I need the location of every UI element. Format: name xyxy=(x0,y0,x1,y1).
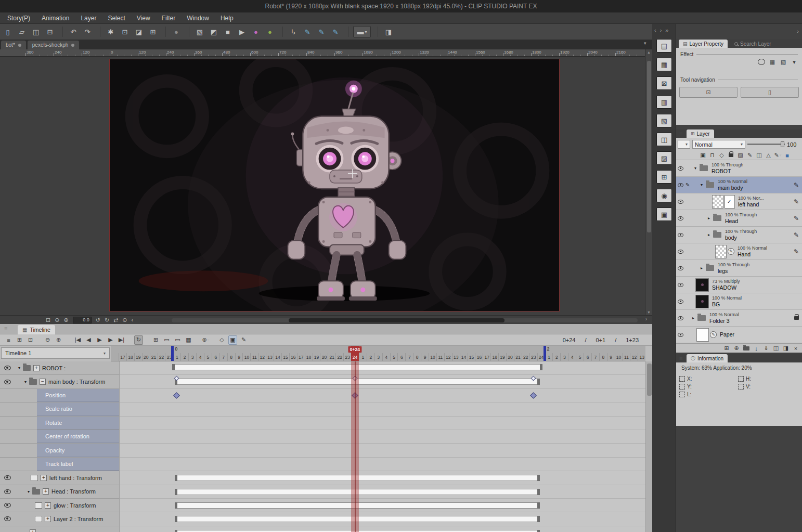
dock-material-icon[interactable]: ▦ xyxy=(656,58,672,71)
snap-to-ruler-icon[interactable]: ✎ xyxy=(302,26,313,37)
frame-cell[interactable]: 8 xyxy=(599,353,607,361)
scrollbar-thumb[interactable] xyxy=(289,318,505,322)
frame-cell[interactable]: 2 xyxy=(180,353,188,361)
timeline-track-lane[interactable] xyxy=(120,512,645,526)
track-expand-icon[interactable]: ▾ xyxy=(28,489,30,494)
layer-row-left-hand[interactable]: ✓100 % Nor...left hand✎ xyxy=(676,193,802,210)
information-menu-icon[interactable]: ≡ xyxy=(679,355,682,361)
layer-visibility-toggle[interactable] xyxy=(678,283,685,287)
layer-thumbnail[interactable] xyxy=(695,295,709,308)
timeline-track-lane[interactable] xyxy=(120,389,645,403)
timeline-track-lane[interactable] xyxy=(120,499,645,512)
frame-cell[interactable]: 3 xyxy=(374,353,382,361)
dock-quick-access-icon[interactable]: ▤ xyxy=(656,39,672,53)
frame-cell[interactable]: 7 xyxy=(405,353,413,361)
layer-row-paper[interactable]: ✎Paper xyxy=(676,327,802,343)
track-visibility-eye-icon[interactable] xyxy=(4,380,11,384)
layer-row-main-body[interactable]: ✎▾100 % Normalmain body✎ xyxy=(676,177,802,193)
clip-bar[interactable] xyxy=(175,489,540,495)
onion-skin-icon[interactable]: ▦ xyxy=(184,335,193,345)
clip-bar[interactable] xyxy=(175,530,540,532)
track-toggle-box[interactable]: + xyxy=(43,488,49,495)
keyframe-diamond[interactable] xyxy=(173,392,180,399)
menu-filter[interactable]: Filter xyxy=(162,15,176,22)
track-expand-icon[interactable]: ▾ xyxy=(24,380,27,384)
timeline-track-label[interactable]: +glow : Transform xyxy=(0,499,120,512)
rotate-left-icon[interactable]: ↺ xyxy=(96,317,100,323)
frame-cell[interactable]: 1 xyxy=(545,353,553,361)
delete-layer-icon[interactable]: × xyxy=(792,345,799,352)
snap-to-special-ruler-icon[interactable]: ✎ xyxy=(316,26,327,37)
frame-cell[interactable]: 12 xyxy=(258,353,266,361)
opacity-slider[interactable] xyxy=(747,141,785,147)
frame-cell[interactable]: 4 xyxy=(568,353,576,361)
enable-keyframes-icon[interactable]: ◇ xyxy=(718,151,726,159)
frame-cell[interactable]: 20 xyxy=(142,353,150,361)
timeline-track-lane[interactable] xyxy=(120,471,645,485)
layer-panel-menu-icon[interactable]: ≡ xyxy=(679,131,682,137)
pink-dot-icon[interactable]: ● xyxy=(250,26,262,37)
layer-row-shadow[interactable]: 73 % MultiplySHADOW xyxy=(676,277,802,293)
timeline-track-label[interactable]: +left hand : Transform xyxy=(0,471,120,485)
frame-cell[interactable]: 13 xyxy=(638,353,645,361)
frame-cell[interactable]: 24 xyxy=(351,353,359,361)
layer-thumbnail[interactable] xyxy=(715,245,727,258)
scroll-down-icon[interactable]: ▼ xyxy=(647,310,651,314)
play-cel-icon[interactable]: ▶ xyxy=(236,26,248,37)
timeline-property-opacity[interactable]: Opacity xyxy=(37,444,119,457)
tab-search-layer[interactable]: Search Layer xyxy=(730,40,775,48)
frame-cell[interactable]: 9 xyxy=(607,353,615,361)
go-to-end-icon[interactable]: ▶| xyxy=(117,335,126,345)
lock-transparent-pixels-icon[interactable]: ▨ xyxy=(736,151,744,159)
dock-arrow-icon[interactable]: ‹ xyxy=(654,27,656,33)
frame-cell[interactable]: 12 xyxy=(630,353,638,361)
frame-cell[interactable]: 18 xyxy=(305,353,313,361)
timeline-menu-icon[interactable]: ≡ xyxy=(4,326,7,332)
timeline-label-icon[interactable]: ⊡ xyxy=(26,335,35,345)
frame-cell[interactable]: 10 xyxy=(615,353,623,361)
frame-cell[interactable]: 10 xyxy=(242,353,250,361)
timeline-track-lane[interactable] xyxy=(120,430,645,444)
frame-cell[interactable]: 3 xyxy=(188,353,196,361)
frame-cell[interactable]: 15 xyxy=(281,353,289,361)
frame-cell[interactable]: 22 xyxy=(335,353,343,361)
timeline-track-lane[interactable] xyxy=(120,361,645,375)
layer-visibility-toggle[interactable] xyxy=(678,233,685,237)
frame-cell[interactable]: 9 xyxy=(235,353,243,361)
green-dot-icon[interactable]: ● xyxy=(264,26,276,37)
frame-cell[interactable]: 21 xyxy=(328,353,335,361)
dock-navigator-icon[interactable]: ▥ xyxy=(656,95,672,109)
timeline-property-center-of-rotation[interactable]: Center of rotation xyxy=(37,430,119,443)
lock-layer-icon[interactable] xyxy=(727,151,735,159)
clip-bar[interactable] xyxy=(175,379,540,385)
frame-cell[interactable]: 19 xyxy=(134,353,142,361)
layer-row-legs[interactable]: ▸100 % Throughlegs xyxy=(676,260,802,277)
frame-cell[interactable]: 1 xyxy=(359,353,367,361)
timeline-track-label[interactable]: ▾+Head : Transform xyxy=(0,485,120,499)
new-layer-folder-icon[interactable] xyxy=(743,345,750,352)
layer-expand-icon[interactable]: ▸ xyxy=(708,232,713,237)
delete-cel-icon[interactable]: ▭ xyxy=(173,335,182,345)
frame-cell[interactable]: 4 xyxy=(196,353,204,361)
effect-more-icon[interactable]: ▾ xyxy=(791,58,798,66)
object-tool-icon[interactable]: ↳ xyxy=(288,26,299,37)
frame-cell[interactable]: 5 xyxy=(204,353,212,361)
specify-cels-icon[interactable]: ▭ xyxy=(162,335,171,345)
timeline-track-label[interactable]: +Layer 2 : Transform xyxy=(0,512,120,526)
tab-timeline[interactable]: ▦ Timeline xyxy=(18,325,55,334)
canvas-artwork[interactable] xyxy=(109,59,560,312)
undo-icon[interactable]: ↶ xyxy=(68,26,79,37)
frame-cell[interactable]: 23 xyxy=(343,353,351,361)
layer-expand-icon[interactable]: ▸ xyxy=(701,266,706,270)
graph-editor-icon[interactable]: ▣ xyxy=(228,335,237,345)
frame-cell[interactable]: 17 xyxy=(483,353,490,361)
layer-visibility-toggle[interactable] xyxy=(678,200,685,204)
frame-cell[interactable]: 16 xyxy=(475,353,483,361)
timeline-property-track-label[interactable]: Track label xyxy=(37,458,119,471)
track-visibility-eye-icon[interactable] xyxy=(4,516,11,521)
flip-horizontal-icon[interactable]: ⇄ xyxy=(113,317,118,323)
polyline-select-icon[interactable]: ◩ xyxy=(208,26,219,37)
track-toggle-box[interactable]: + xyxy=(45,516,51,522)
track-visibility-eye-icon[interactable] xyxy=(4,366,11,370)
set-draft-icon[interactable]: ✎ xyxy=(746,151,754,159)
